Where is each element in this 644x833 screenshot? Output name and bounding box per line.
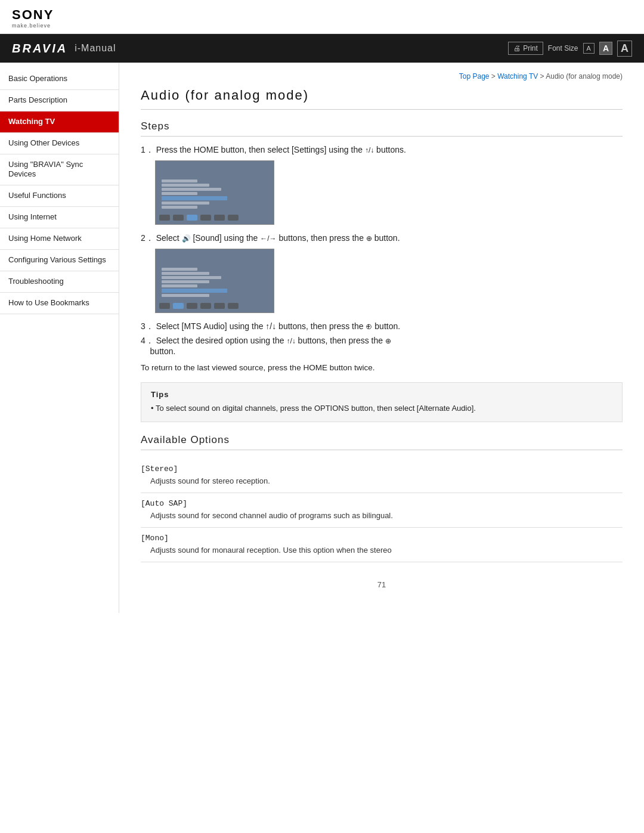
sidebar: Basic Operations Parts Description Watch… [0, 63, 119, 613]
step-1-image [155, 160, 274, 225]
option-auto-sap-desc: Adjusts sound for second channel audio o… [141, 510, 623, 521]
sony-text: SONY [12, 7, 54, 23]
option-mono: [Mono] Adjusts sound for monaural recept… [141, 528, 623, 562]
main-layout: Basic Operations Parts Description Watch… [0, 63, 644, 613]
step-3: 3． Select [MTS Audio] using the ↑/↓ butt… [141, 321, 623, 332]
option-mono-desc: Adjusts sound for monaural reception. Us… [141, 545, 623, 556]
top-header: SONY make.believe [0, 0, 644, 34]
tips-title: Tips [151, 390, 612, 399]
sidebar-item-bookmarks[interactable]: How to Use Bookmarks [0, 293, 119, 314]
font-medium-button[interactable]: A [599, 42, 612, 55]
sidebar-item-basic-operations[interactable]: Basic Operations [0, 69, 119, 90]
bravia-logo: BRAVIA [12, 42, 67, 55]
tips-content: • To select sound on digital channels, p… [151, 402, 612, 414]
font-size-label: Font Size [548, 44, 578, 52]
step-4-text: Select the desired option using the ↑/↓ … [141, 336, 391, 356]
print-icon: 🖨 [513, 44, 521, 52]
step-4: 4． Select the desired option using the ↑… [141, 336, 623, 356]
steps-title: Steps [141, 120, 623, 137]
option-stereo-label: [Stereo] [141, 465, 623, 473]
step-3-text: Select [MTS Audio] using the ↑/↓ buttons… [156, 321, 400, 331]
sidebar-item-useful-functions[interactable]: Useful Functions [0, 185, 119, 207]
option-auto-sap: [Auto SAP] Adjusts sound for second chan… [141, 493, 623, 528]
option-auto-sap-label: [Auto SAP] [141, 499, 623, 508]
sidebar-item-other-devices[interactable]: Using Other Devices [0, 133, 119, 154]
sidebar-item-parts-description[interactable]: Parts Description [0, 90, 119, 112]
step-1-text: Press the HOME button, then select [Sett… [156, 145, 406, 154]
breadcrumb-watching-tv[interactable]: Watching TV [497, 72, 538, 80]
print-label: Print [523, 44, 538, 52]
step-2-text: Select 🔊 [Sound] using the ←/→ buttons, … [156, 233, 400, 243]
print-button[interactable]: 🖨 Print [508, 42, 543, 55]
sidebar-item-internet[interactable]: Using Internet [0, 207, 119, 228]
sidebar-item-home-network[interactable]: Using Home Network [0, 228, 119, 250]
toolbar: BRAVIA i-Manual 🖨 Print Font Size A A A [0, 34, 644, 63]
step-2-image [155, 249, 274, 313]
step-2: 2． Select 🔊 [Sound] using the ←/→ button… [141, 233, 623, 244]
sony-tagline: make.believe [12, 23, 51, 29]
imanual-label: i-Manual [75, 43, 116, 54]
sidebar-item-troubleshooting[interactable]: Troubleshooting [0, 271, 119, 293]
return-note: To return to the last viewed source, pre… [141, 362, 623, 374]
available-options-title: Available Options [141, 434, 623, 450]
content-area: Top Page > Watching TV > Audio (for anal… [119, 63, 644, 613]
option-stereo: [Stereo] Adjusts sound for stereo recept… [141, 459, 623, 493]
page-title: Audio (for analog mode) [141, 88, 623, 110]
sidebar-item-configuring[interactable]: Configuring Various Settings [0, 250, 119, 271]
tips-box: Tips • To select sound on digital channe… [141, 382, 623, 422]
font-small-button[interactable]: A [583, 43, 595, 54]
option-mono-label: [Mono] [141, 534, 623, 543]
breadcrumb-current: Audio (for analog mode) [546, 72, 623, 80]
sidebar-item-watching-tv[interactable]: Watching TV [0, 112, 119, 133]
breadcrumb: Top Page > Watching TV > Audio (for anal… [141, 72, 623, 80]
sidebar-item-bravia-sync[interactable]: Using "BRAVIA" Sync Devices [0, 154, 119, 186]
breadcrumb-top-page[interactable]: Top Page [459, 72, 490, 80]
font-large-button[interactable]: A [617, 41, 632, 57]
option-stereo-desc: Adjusts sound for stereo reception. [141, 476, 623, 487]
toolbar-right: 🖨 Print Font Size A A A [508, 41, 632, 57]
page-number: 71 [141, 580, 623, 589]
step-1: 1． Press the HOME button, then select [S… [141, 145, 623, 156]
sony-logo: SONY make.believe [12, 7, 632, 29]
